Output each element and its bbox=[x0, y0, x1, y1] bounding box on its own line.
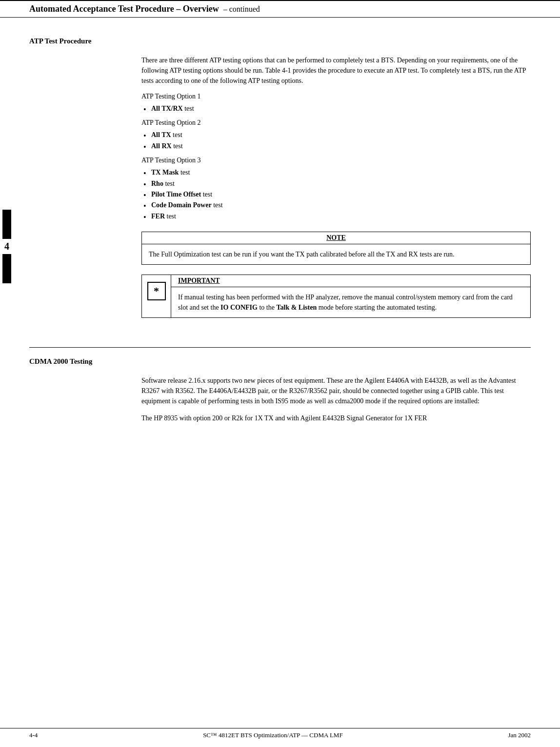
list-item: TX Mask test bbox=[141, 167, 531, 178]
section2-heading: CDMA 2000 Testing bbox=[29, 357, 531, 366]
section1-left bbox=[29, 55, 141, 333]
section1-heading: ATP Test Procedure bbox=[29, 37, 531, 45]
section2-para2: The HP 8935 with option 200 or R2k for 1… bbox=[141, 413, 531, 423]
important-bold2: Talk & Listen bbox=[276, 304, 317, 311]
note-box: NOTE The Full Optimization test can be r… bbox=[141, 232, 531, 265]
side-number: 4 bbox=[4, 239, 9, 254]
option3-item4-bold: Code Domain Power bbox=[151, 201, 212, 209]
option3-item5-bold: FER bbox=[151, 213, 165, 220]
section2-right: Software release 2.16.x supports two new… bbox=[141, 375, 531, 430]
footer-page-number: 4-4 bbox=[29, 731, 38, 739]
option2-item2-rest: test bbox=[172, 142, 183, 150]
header-title-text: Automated Acceptance Test Procedure – Ov… bbox=[29, 4, 219, 14]
option2-item1-rest: test bbox=[171, 131, 182, 138]
option1-item1-bold: All TX/RX bbox=[151, 105, 183, 112]
important-box: * IMPORTANT If manual testing has been p… bbox=[141, 275, 531, 318]
option2-label: ATP Testing Option 2 bbox=[141, 119, 531, 127]
note-body: The Full Optimization test can be run if… bbox=[142, 244, 530, 264]
list-item: Code Domain Power test bbox=[141, 200, 531, 211]
option1-item1-rest: test bbox=[183, 105, 194, 112]
asterisk-icon: * bbox=[147, 282, 166, 300]
option3-item3-rest: test bbox=[201, 191, 212, 198]
list-item: All TX test bbox=[141, 130, 531, 140]
side-bar-bottom bbox=[2, 254, 11, 283]
side-bar-top bbox=[2, 210, 11, 239]
option3-item1-rest: test bbox=[179, 169, 190, 176]
option3-list: TX Mask test Rho test Pilot Time Offset … bbox=[141, 167, 531, 222]
note-header: NOTE bbox=[142, 232, 530, 244]
main-content: ATP Test Procedure There are three diffe… bbox=[0, 18, 560, 440]
important-icon-col: * bbox=[142, 275, 171, 317]
option2-item1-bold: All TX bbox=[151, 131, 171, 138]
list-item: All TX/RX test bbox=[141, 103, 531, 114]
option3-label: ATP Testing Option 3 bbox=[141, 157, 531, 164]
important-bold1: IO CONFIG bbox=[220, 304, 258, 311]
page: Automated Acceptance Test Procedure – Ov… bbox=[0, 0, 560, 747]
important-text2: to the bbox=[258, 304, 277, 311]
header-continued: – continued bbox=[223, 5, 260, 13]
option3-item2-rest: test bbox=[163, 180, 175, 187]
page-footer: 4-4 SC™ 4812ET BTS Optimization/ATP — CD… bbox=[0, 728, 560, 742]
important-body: If manual testing has been performed wit… bbox=[171, 287, 530, 317]
list-item: FER test bbox=[141, 211, 531, 222]
section1-layout: There are three different ATP testing op… bbox=[29, 55, 531, 333]
option3-item1-bold: TX Mask bbox=[151, 169, 179, 176]
section-divider bbox=[29, 347, 531, 348]
section2-left bbox=[29, 375, 141, 430]
page-header: Automated Acceptance Test Procedure – Ov… bbox=[0, 0, 560, 18]
option3-item4-rest: test bbox=[212, 201, 223, 209]
option3-item2-bold: Rho bbox=[151, 180, 163, 187]
section2-layout: Software release 2.16.x supports two new… bbox=[29, 375, 531, 430]
option3-item3-bold: Pilot Time Offset bbox=[151, 191, 201, 198]
section1-right: There are three different ATP testing op… bbox=[141, 55, 531, 333]
option2-item2-bold: All RX bbox=[151, 142, 172, 150]
option3-item5-rest: test bbox=[165, 213, 176, 220]
important-text-col: IMPORTANT If manual testing has been per… bbox=[171, 275, 530, 317]
section2-para1: Software release 2.16.x supports two new… bbox=[141, 375, 531, 406]
footer-date: Jan 2002 bbox=[508, 731, 531, 739]
list-item: Rho test bbox=[141, 178, 531, 189]
option2-list: All TX test All RX test bbox=[141, 130, 531, 152]
header-title: Automated Acceptance Test Procedure – Ov… bbox=[29, 4, 260, 14]
footer-title: SC™ 4812ET BTS Optimization/ATP — CDMA L… bbox=[38, 731, 508, 739]
important-text3: mode before starting the automated testi… bbox=[317, 304, 437, 311]
important-header: IMPORTANT bbox=[171, 275, 530, 287]
list-item: All RX test bbox=[141, 141, 531, 152]
section1-intro: There are three different ATP testing op… bbox=[141, 55, 531, 86]
option1-list: All TX/RX test bbox=[141, 103, 531, 114]
side-tab: 4 bbox=[0, 210, 14, 283]
option1-label: ATP Testing Option 1 bbox=[141, 93, 531, 100]
list-item: Pilot Time Offset test bbox=[141, 189, 531, 200]
